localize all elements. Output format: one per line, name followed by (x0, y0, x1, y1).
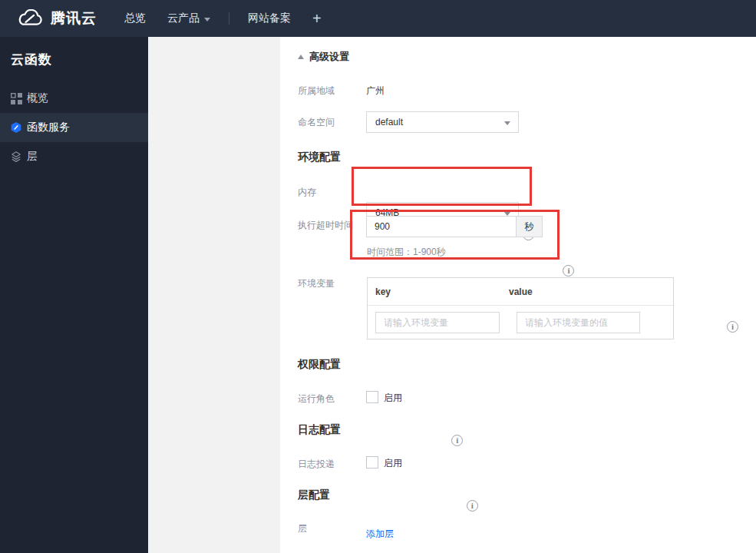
nav-item-beian[interactable]: 网站备案 (248, 12, 291, 25)
run-role-info-icon[interactable] (451, 435, 463, 446)
timeout-range-hint: 时间范围：1-900秒 (367, 247, 446, 257)
tencent-cloud-console: 腾讯云 总览 云产品 网站备案 + 云函数 概览 (0, 0, 756, 553)
timeout-input[interactable] (366, 216, 517, 237)
log-delivery-checkbox[interactable] (366, 456, 378, 469)
sidebar-item-label: 概览 (27, 91, 48, 105)
run-role-checkbox[interactable] (366, 391, 378, 403)
nav-divider (229, 12, 229, 25)
sidebar-menu: 概览 函数服务 层 (0, 84, 148, 171)
chevron-down-icon (504, 121, 510, 125)
sidebar-item-label: 层 (27, 150, 38, 164)
sidebar: 云函数 概览 (0, 37, 148, 553)
region-label: 所属地域 (298, 85, 335, 96)
env-vars-key-header: key (368, 286, 509, 297)
advanced-settings-toggle[interactable]: 高级设置 (298, 50, 349, 64)
layer-label: 层 (298, 523, 307, 534)
env-vars-label: 环境变量 (298, 278, 335, 289)
function-config-panel: 高级设置 所属地域 广州 命名空间 default 环境配置 内存 64MB 执… (280, 37, 756, 553)
sidebar-item-overview[interactable]: 概览 (0, 84, 148, 113)
chevron-down-icon (204, 18, 210, 22)
memory-label: 内存 (298, 187, 316, 197)
log-delivery-checkbox-label: 启用 (384, 457, 402, 469)
triangle-up-icon (298, 55, 304, 59)
add-tab-button[interactable]: + (312, 11, 322, 26)
sidebar-item-label: 函数服务 (27, 121, 70, 134)
layers-icon (10, 151, 22, 163)
env-vars-input-row (368, 306, 673, 333)
env-vars-value-header: value (509, 286, 533, 297)
sidebar-item-function-service[interactable]: 函数服务 (0, 113, 148, 142)
add-layer-link[interactable]: 添加层 (366, 528, 394, 539)
namespace-label: 命名空间 (298, 117, 335, 127)
nav-item-products-label: 云产品 (167, 12, 200, 25)
log-delivery-info-icon[interactable] (467, 500, 478, 512)
env-var-key-input[interactable] (375, 312, 500, 333)
memory-annotation-box (352, 167, 532, 206)
timeout-label: 执行超时时间 (298, 220, 353, 230)
brand-logo[interactable]: 腾讯云 (17, 8, 97, 28)
hexagon-function-icon (10, 121, 22, 134)
run-role-label: 运行角色 (298, 393, 335, 404)
namespace-selected-value: default (375, 117, 403, 127)
permission-section-title: 权限配置 (298, 358, 341, 370)
log-delivery-label: 日志投递 (298, 459, 335, 469)
region-value: 广州 (366, 85, 385, 96)
cloud-logo-icon (17, 9, 43, 28)
timeout-input-group: 秒 (366, 216, 543, 237)
grid-icon (10, 92, 22, 104)
timeout-unit-suffix: 秒 (517, 216, 543, 237)
log-section-title: 日志配置 (298, 423, 341, 435)
namespace-select[interactable]: default (366, 111, 519, 133)
brand-name: 腾讯云 (51, 8, 97, 28)
nav-item-products[interactable]: 云产品 (167, 12, 210, 25)
advanced-settings-label: 高级设置 (309, 50, 349, 64)
top-navbar: 腾讯云 总览 云产品 网站备案 + (0, 0, 756, 37)
env-var-value-input[interactable] (517, 312, 640, 333)
sidebar-item-layers[interactable]: 层 (0, 142, 148, 171)
env-vars-info-icon[interactable] (727, 321, 738, 333)
timeout-info-icon[interactable] (563, 265, 574, 276)
env-vars-header-row: key value (368, 278, 673, 306)
sidebar-title: 云函数 (0, 37, 148, 68)
run-role-checkbox-label: 启用 (384, 392, 402, 404)
env-vars-table: key value (367, 277, 674, 339)
env-config-section-title: 环境配置 (298, 151, 341, 163)
nav-item-overview[interactable]: 总览 (124, 12, 146, 25)
layer-section-title: 层配置 (298, 488, 330, 501)
